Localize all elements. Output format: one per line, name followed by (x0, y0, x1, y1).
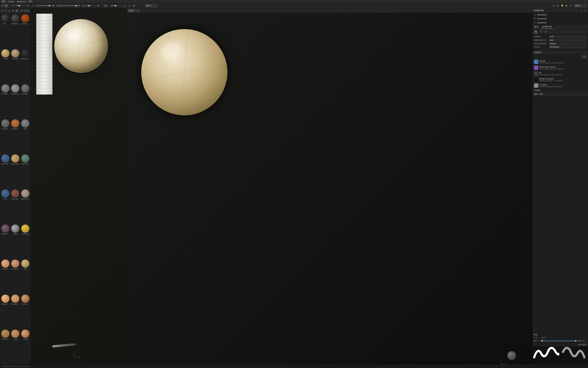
material-dropdown-arrow: ▾ (150, 5, 151, 7)
material-item-9[interactable]: Concrete ... (0, 119, 10, 154)
material-name-14: Fabric De... (21, 163, 30, 165)
sep1 (10, 4, 10, 7)
material-name-1: Artificial L... (11, 23, 20, 25)
material-item-6[interactable]: Concrete ... (0, 84, 10, 119)
left-panel-toolbar: 🖌 ✏ ◎ ⊞ 🖼 ⊞ □ × (0, 8, 31, 13)
size-slider[interactable] (16, 5, 26, 6)
rotate-tool-btn[interactable]: ↻ (1, 4, 4, 7)
material-item-12[interactable]: Fabric Ba... (0, 154, 10, 184)
material-name-3: ...Pure (1, 58, 10, 60)
arch-object (36, 14, 53, 94)
material-name-10: Copper P... (11, 128, 20, 130)
material-thumb-1 (11, 14, 19, 22)
material-item-7[interactable]: Concrete ... (10, 84, 20, 119)
sep3 (109, 4, 109, 7)
view-type-label: 材质 (129, 9, 132, 12)
pencil-icon[interactable]: ✏ (5, 9, 7, 12)
arrow-tool-btn[interactable]: ↖ (5, 4, 8, 7)
view-toolbar: 材质 ▾ (127, 8, 294, 13)
material-library-panel: 🖌 ✏ ◎ ⊞ 🖼 ⊞ □ × iniu... Artificial L... (0, 8, 31, 184)
brush-icon[interactable]: ✏ (32, 4, 35, 8)
material-name-7: Concrete ... (11, 93, 20, 95)
material-item-2[interactable]: Autumn L... (20, 14, 30, 49)
spacing-control: 间距 20 (82, 4, 101, 7)
material-item-8[interactable]: Concrete ... (20, 84, 30, 119)
material-item-14[interactable]: Fabric De... (20, 154, 30, 184)
extra-icon[interactable]: ⌒ (137, 4, 140, 8)
material-thumb-3 (1, 49, 9, 57)
material-grid: iniu... Artificial L... Autumn L... ...P… (0, 13, 31, 184)
material-name-6: Concrete ... (1, 93, 10, 95)
panel-controls: □ × (24, 9, 30, 12)
brush-size-visual (104, 4, 107, 7)
flow-control: 流量 100 (36, 4, 55, 7)
size-control: 大小 10 (11, 4, 31, 7)
paint-mode-icon[interactable]: 🖌 (1, 9, 4, 12)
menu-item-view[interactable]: 视图 (1, 0, 5, 3)
main-2d-scene: Z Y (127, 13, 294, 184)
material-item-13[interactable]: Fabric Ba... (10, 154, 20, 184)
material-thumb-11 (21, 119, 29, 128)
opacity-label: 笔刷透明度 (56, 4, 65, 7)
size-value: 10 (27, 5, 31, 7)
material-item-10[interactable]: Copper P... (10, 119, 20, 154)
grid2-icon[interactable]: ⊞ (12, 9, 14, 12)
spacing-value: 20 (97, 5, 101, 7)
material-dropdown-center[interactable]: 材质 ▾ (145, 4, 158, 7)
main-toolbar: ↻ ↖ 大小 10 ✏ 流量 100 笔刷透明度 100 间距 (0, 3, 294, 8)
close-panel-btn[interactable]: × (27, 9, 30, 12)
lazy-rope-slider[interactable] (111, 5, 120, 6)
size-label: 大小 (11, 4, 15, 7)
apps-icon[interactable]: ⊞ (21, 9, 23, 12)
grid-icon[interactable]: ⊞ (132, 4, 136, 8)
material-name-0: iniu... (1, 23, 10, 25)
flow-slider[interactable] (40, 5, 51, 6)
material-thumb-9 (1, 119, 9, 128)
material-thumb-4 (11, 49, 19, 57)
material-name-13: Fabric Ba... (11, 163, 20, 165)
transform-tools: ↻ ↖ (1, 4, 8, 7)
material-name-9: Concrete ... (1, 128, 10, 130)
material-name-11: ...rete ... (21, 128, 30, 130)
circle-icon[interactable]: ◎ (8, 9, 11, 12)
menu-item-javascript[interactable]: JavaScript (17, 0, 26, 3)
material-item-11[interactable]: ...rete ... (20, 119, 30, 154)
spacing-label: 间距 (82, 4, 85, 7)
3d-scene: Z Y (31, 8, 127, 184)
view-main: 材质 ▾ Z (127, 8, 294, 184)
material-name-4: Calf Skin (11, 58, 20, 60)
menu-item-help[interactable]: 帮助 (28, 0, 32, 3)
material-item-3[interactable]: ...Pure (0, 49, 10, 84)
material-thumb-7 (11, 84, 19, 92)
material-thumb-10 (11, 119, 19, 128)
lp-sep (19, 9, 19, 12)
resize-panel-btn[interactable]: □ (24, 9, 27, 12)
2d-sphere (141, 29, 228, 115)
image-icon[interactable]: 🖼 (15, 9, 18, 12)
material-item-0[interactable]: iniu... (0, 14, 10, 49)
symmetry-icon[interactable]: ⊿ (123, 4, 127, 8)
material-thumb-2 (21, 14, 29, 22)
material-item-4[interactable]: Calf Skin (10, 49, 20, 84)
material-name-2: Autumn L... (21, 23, 30, 25)
main-sphere-wrapper (54, 19, 108, 73)
material-thumb-5 (21, 49, 29, 57)
flow-value: 100 (52, 5, 55, 7)
material-thumb-12 (1, 154, 9, 163)
material-name-5: Carbon Fi... (21, 58, 30, 60)
view-type-arrow: ▾ (133, 9, 134, 11)
material-name-12: Fabric Ba... (1, 163, 10, 165)
view-type-dropdown[interactable]: 材质 ▾ (128, 9, 140, 12)
spacing-slider[interactable] (86, 5, 97, 6)
material-dropdown-label: 材质 (146, 4, 150, 7)
material-item-5[interactable]: Carbon Fi... (20, 49, 30, 84)
menu-bar: 视图 Python JavaScript 帮助 (0, 0, 294, 3)
material-thumb-6 (1, 84, 9, 92)
menu-item-python[interactable]: Python (8, 0, 14, 3)
material-item-1[interactable]: Artificial L... (10, 14, 20, 49)
opacity-slider[interactable] (66, 5, 77, 6)
opacity-control: 笔刷透明度 100 (56, 4, 81, 7)
paint3d-icon[interactable]: △ (128, 4, 131, 8)
material-thumb-8 (21, 84, 29, 92)
main-sphere (54, 19, 108, 73)
